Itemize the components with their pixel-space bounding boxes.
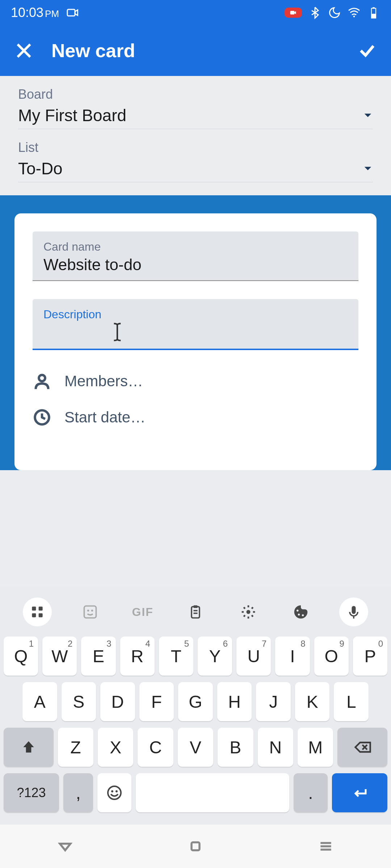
svg-point-24 xyxy=(108,786,121,799)
svg-rect-8 xyxy=(32,607,36,610)
key-q[interactable]: Q1 xyxy=(4,637,38,676)
nav-back-icon[interactable] xyxy=(57,838,73,854)
svg-rect-0 xyxy=(67,9,75,16)
key-k[interactable]: K xyxy=(295,682,330,721)
key-m[interactable]: M xyxy=(298,728,333,767)
nav-home-icon[interactable] xyxy=(188,838,203,854)
battery-icon xyxy=(367,6,380,19)
svg-rect-23 xyxy=(352,606,356,614)
svg-point-22 xyxy=(302,614,304,616)
selector-section: Board My First Board List To-Do xyxy=(0,76,391,195)
recording-badge xyxy=(285,8,302,18)
navigation-bar xyxy=(0,825,391,868)
keyboard-apps-icon[interactable] xyxy=(23,597,52,626)
key-t[interactable]: T5 xyxy=(159,637,193,676)
chevron-down-icon xyxy=(363,163,373,174)
svg-rect-4 xyxy=(371,14,376,18)
members-label: Members… xyxy=(64,373,143,390)
space-key[interactable] xyxy=(136,773,289,812)
key-b[interactable]: B xyxy=(218,728,253,767)
svg-rect-1 xyxy=(290,11,295,14)
key-z[interactable]: Z xyxy=(58,728,93,767)
key-r[interactable]: R4 xyxy=(120,637,155,676)
board-value: My First Board xyxy=(18,106,126,125)
app-bar: New card xyxy=(0,25,391,76)
settings-icon[interactable] xyxy=(234,597,263,626)
sticker-icon[interactable] xyxy=(76,597,105,626)
key-l[interactable]: L xyxy=(334,682,369,721)
key-f[interactable]: F xyxy=(139,682,174,721)
text-cursor-icon xyxy=(112,322,122,342)
device-icon xyxy=(66,6,79,19)
svg-rect-15 xyxy=(192,607,199,618)
members-option[interactable]: Members… xyxy=(33,363,358,399)
status-time: 10:03PM xyxy=(11,5,59,20)
key-v[interactable]: V xyxy=(178,728,213,767)
chevron-down-icon xyxy=(363,110,373,120)
card-form: Card name Website to-do Description Memb… xyxy=(14,213,377,470)
description-value xyxy=(43,322,348,342)
clock-icon xyxy=(33,408,51,427)
svg-point-25 xyxy=(111,790,113,792)
key-e[interactable]: E3 xyxy=(81,637,115,676)
key-a[interactable]: A xyxy=(22,682,57,721)
svg-rect-10 xyxy=(32,613,36,617)
page-title: New card xyxy=(51,40,358,61)
bluetooth-icon xyxy=(308,6,321,19)
key-x[interactable]: X xyxy=(98,728,133,767)
enter-key[interactable] xyxy=(332,773,387,812)
key-n[interactable]: N xyxy=(258,728,293,767)
key-p[interactable]: P0 xyxy=(353,637,387,676)
startdate-option[interactable]: Start date… xyxy=(33,399,358,435)
symbols-key[interactable]: ?123 xyxy=(4,773,59,812)
mic-icon[interactable] xyxy=(339,597,368,626)
confirm-icon[interactable] xyxy=(358,41,377,60)
svg-rect-5 xyxy=(373,7,375,8)
board-label: Board xyxy=(18,87,373,102)
close-icon[interactable] xyxy=(14,41,33,60)
period-key[interactable]: . xyxy=(294,773,328,812)
backspace-key[interactable] xyxy=(337,728,387,767)
svg-point-20 xyxy=(297,610,299,612)
moon-icon xyxy=(328,6,341,19)
startdate-label: Start date… xyxy=(64,409,146,426)
svg-point-19 xyxy=(246,610,250,614)
key-u[interactable]: U7 xyxy=(236,637,271,676)
key-h[interactable]: H xyxy=(217,682,252,721)
svg-rect-16 xyxy=(193,605,197,608)
key-o[interactable]: O9 xyxy=(314,637,349,676)
svg-rect-27 xyxy=(192,842,199,850)
card-background: Card name Website to-do Description Memb… xyxy=(0,195,391,470)
key-y[interactable]: Y6 xyxy=(198,637,232,676)
key-i[interactable]: I8 xyxy=(275,637,310,676)
person-icon xyxy=(33,372,51,391)
description-field[interactable]: Description xyxy=(33,299,358,350)
board-selector[interactable]: My First Board xyxy=(18,106,373,129)
list-label: List xyxy=(18,140,373,155)
svg-point-21 xyxy=(298,614,300,616)
key-c[interactable]: C xyxy=(138,728,173,767)
wifi-icon xyxy=(348,6,361,19)
key-j[interactable]: J xyxy=(256,682,291,721)
description-label: Description xyxy=(43,308,348,321)
clipboard-icon[interactable] xyxy=(181,597,210,626)
emoji-key[interactable] xyxy=(97,773,131,812)
key-w[interactable]: W2 xyxy=(42,637,77,676)
cardname-value: Website to-do xyxy=(43,256,348,274)
svg-rect-9 xyxy=(39,607,43,610)
svg-rect-11 xyxy=(39,613,43,617)
key-d[interactable]: D xyxy=(100,682,135,721)
comma-key[interactable]: , xyxy=(63,773,93,812)
gif-button[interactable]: GIF xyxy=(128,597,157,626)
svg-point-26 xyxy=(115,790,118,792)
palette-icon[interactable] xyxy=(286,597,315,626)
key-g[interactable]: G xyxy=(178,682,213,721)
nav-recent-icon[interactable] xyxy=(318,838,334,854)
shift-key[interactable] xyxy=(4,728,54,767)
status-bar: 10:03PM xyxy=(0,0,391,25)
cardname-field[interactable]: Card name Website to-do xyxy=(33,231,358,281)
key-s[interactable]: S xyxy=(62,682,96,721)
svg-point-13 xyxy=(87,610,89,612)
list-selector[interactable]: To-Do xyxy=(18,159,373,182)
svg-point-14 xyxy=(91,610,93,612)
